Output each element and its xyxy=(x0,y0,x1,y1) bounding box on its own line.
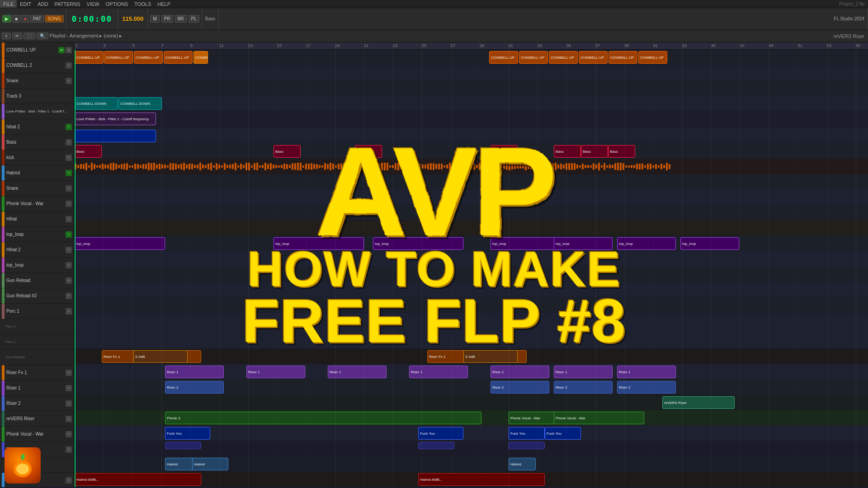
clip[interactable]: COWBELL UP xyxy=(75,51,104,64)
mute-btn[interactable]: + xyxy=(66,185,72,192)
track-item[interactable]: hihat 2 + xyxy=(0,119,74,135)
mute-btn[interactable]: + xyxy=(66,124,72,130)
clip[interactable]: COWBELL DOWN xyxy=(118,97,162,110)
mute-btn[interactable]: + xyxy=(66,431,72,437)
clip[interactable] xyxy=(509,442,545,449)
clip[interactable]: COWBELL UP xyxy=(164,51,193,64)
menu-edit[interactable]: EDIT xyxy=(17,0,34,8)
track-item[interactable]: Phonk Vocal - War + xyxy=(0,427,74,442)
mute-btn[interactable]: + xyxy=(66,216,72,222)
select-button[interactable]: ⬛ xyxy=(24,33,35,39)
song-mode-button[interactable]: SONG xyxy=(45,15,63,23)
clip[interactable]: Fuck You xyxy=(165,427,210,440)
track-item[interactable]: Track 3 xyxy=(0,89,74,104)
track-item[interactable]: kick + xyxy=(0,150,74,165)
clip[interactable]: COWBELL UP xyxy=(519,51,548,64)
mute-btn[interactable]: + xyxy=(66,416,72,422)
pattern-mode-button[interactable]: PAT xyxy=(30,15,44,23)
clip[interactable]: Hatred xyxy=(509,458,536,470)
clip[interactable]: Hatred xyxy=(192,458,228,470)
clip[interactable]: Riser 2 xyxy=(617,381,676,394)
arrangement-view[interactable]: 1 3 5 7 9 11 13 15 17 19 21 23 25 27 29 … xyxy=(75,42,868,487)
clip[interactable]: Riser 1 xyxy=(246,366,305,378)
mixer-button[interactable]: M xyxy=(150,15,159,23)
stop-button[interactable]: ■ xyxy=(12,15,20,23)
track-item[interactable]: Riser Fx 1 + xyxy=(0,365,74,380)
clip[interactable]: COWBELL UP xyxy=(609,51,637,64)
track-item[interactable]: Phonk Vocal - War + xyxy=(0,196,74,211)
track-item[interactable]: Riser 1 + xyxy=(0,380,74,396)
clip[interactable]: Riser 1 xyxy=(165,366,224,378)
clip[interactable]: COWBELL UP xyxy=(104,51,133,64)
browser-button[interactable]: BR xyxy=(175,15,187,23)
clip[interactable]: Fuck You xyxy=(545,427,581,440)
mute-btn[interactable]: + xyxy=(66,400,72,407)
track-item[interactable]: Snare + xyxy=(0,73,74,89)
clip[interactable]: Phonk 3 xyxy=(165,412,481,424)
mute-btn[interactable]: + xyxy=(66,78,72,84)
mute-btn[interactable]: + xyxy=(66,477,72,483)
mute-btn[interactable]: + xyxy=(66,370,72,376)
mute-btn[interactable]: + xyxy=(66,262,72,268)
clip[interactable]: top_loop xyxy=(274,237,364,250)
mute-btn[interactable]: + xyxy=(66,247,72,253)
clip[interactable]: Riser 1 xyxy=(328,366,387,378)
track-item[interactable]: reVERS Riser + xyxy=(0,411,74,427)
clip[interactable]: top_loop xyxy=(75,237,165,250)
clip[interactable] xyxy=(418,442,454,449)
clip[interactable]: COWBE... xyxy=(193,51,208,64)
clip[interactable]: Riser 2 xyxy=(165,381,224,394)
track-item[interactable]: Riser 2 + xyxy=(0,396,74,411)
snap-button[interactable]: + xyxy=(2,33,11,39)
clip[interactable]: S.4dB xyxy=(463,350,518,363)
clip[interactable]: Bass xyxy=(274,145,301,158)
clip[interactable]: COWBELL UP xyxy=(134,51,163,64)
clip[interactable]: COWBELL UP xyxy=(638,51,667,64)
track-item[interactable]: Perc 1 xyxy=(0,319,74,334)
track-item[interactable]: Love Philter - Belt - Filter 1 - Cutoff … xyxy=(0,104,74,119)
menu-view[interactable]: VIEW xyxy=(84,0,103,8)
clip[interactable]: Fuck You xyxy=(418,427,463,440)
solo-btn[interactable]: S xyxy=(66,47,72,53)
clip[interactable]: Fuck You xyxy=(509,427,545,440)
clip[interactable]: Riser 2 xyxy=(554,381,613,394)
clip[interactable]: Riser 1 xyxy=(491,366,549,378)
clip[interactable]: COWBELL DOWN xyxy=(75,97,118,110)
clip[interactable]: Riser 1 xyxy=(617,366,676,378)
clip[interactable]: COWBELL UP xyxy=(549,51,578,64)
mute-btn[interactable]: M xyxy=(58,47,65,53)
track-item[interactable]: Snare + xyxy=(0,181,74,196)
track-item[interactable]: Gun Reload #2 + xyxy=(0,288,74,304)
record-button[interactable]: ● xyxy=(21,15,29,23)
clip[interactable]: top_loop xyxy=(617,237,676,250)
clip[interactable] xyxy=(165,442,201,449)
clip[interactable]: COWBELL UP xyxy=(489,51,518,64)
mute-btn[interactable]: + xyxy=(66,231,72,238)
clip[interactable]: Riser 2 xyxy=(491,381,549,394)
clip[interactable]: Bass xyxy=(75,145,102,158)
mute-btn[interactable]: + xyxy=(66,139,72,145)
mute-btn[interactable]: + xyxy=(66,201,72,207)
clip[interactable]: Hatred AMB... xyxy=(418,473,545,486)
zoom-button[interactable]: 🔍 xyxy=(37,33,48,39)
clip[interactable]: Hatred AMB... xyxy=(75,473,201,486)
track-item[interactable]: Hihat 2 + xyxy=(0,242,74,258)
track-item[interactable]: Gun Reload xyxy=(0,350,74,365)
track-item[interactable]: Gun Reload + xyxy=(0,273,74,288)
menu-options[interactable]: OPTIONS xyxy=(103,0,132,8)
clip[interactable]: top_loop xyxy=(680,237,739,250)
menu-patterns[interactable]: PATTERNS xyxy=(52,0,84,8)
clip[interactable]: reVERS Riser xyxy=(662,396,735,409)
menu-help[interactable]: HELP xyxy=(154,0,174,8)
track-item-hatred[interactable]: Hatred + xyxy=(0,165,74,181)
draw-button[interactable]: ✏ xyxy=(12,33,22,39)
clip[interactable] xyxy=(75,130,156,142)
bpm-display[interactable]: 115.000 xyxy=(120,15,146,22)
clip[interactable]: Bass xyxy=(355,145,382,158)
mute-btn[interactable]: + xyxy=(66,293,72,299)
clip[interactable]: Bass xyxy=(554,145,581,158)
clip[interactable]: Riser 1 xyxy=(554,366,613,378)
mute-btn[interactable]: + xyxy=(66,277,72,284)
mute-btn[interactable]: + xyxy=(66,308,72,314)
clip[interactable]: Love Philter - Belt - Filter 1 - Cutoff … xyxy=(75,113,156,125)
